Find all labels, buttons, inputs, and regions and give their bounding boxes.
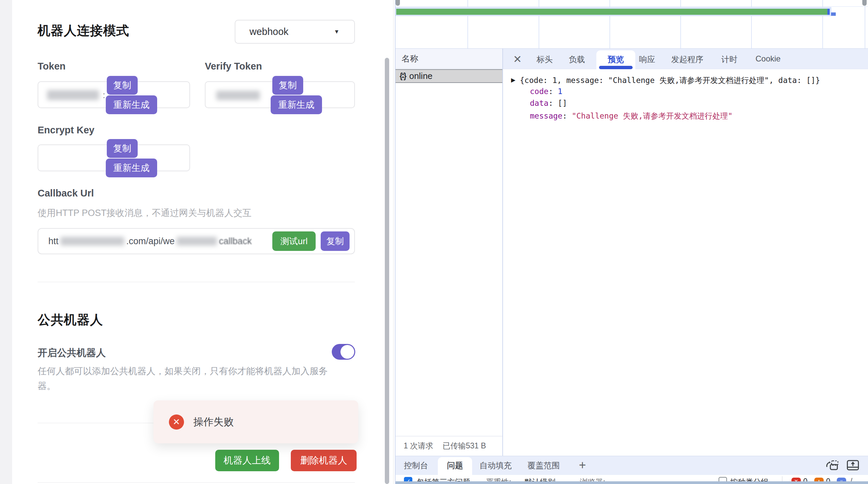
encrypt-key-regenerate-button[interactable]: 重新生成 xyxy=(106,158,157,177)
public-bot-toggle-label: 开启公共机器人 xyxy=(38,346,106,360)
page-scrollbar[interactable] xyxy=(385,58,389,484)
public-bot-toggle[interactable] xyxy=(332,344,355,360)
toggle-knob xyxy=(340,345,354,359)
network-requests-pane: 名称 {∶} online 1 次请求 已传输531 B xyxy=(396,49,503,456)
callback-url-description: 使用HTTP POST接收消息，不通过网关与机器人交互 xyxy=(38,207,251,219)
drawer-tab-issues[interactable]: 问题 xyxy=(447,460,463,471)
json-key: data xyxy=(530,99,548,108)
public-bot-title: 公共机器人 xyxy=(38,311,103,329)
json-row-code: code: 1 xyxy=(530,87,562,96)
request-name: online xyxy=(409,71,433,81)
timeline-right-handle[interactable] xyxy=(862,0,867,6)
json-summary-line[interactable]: {code: 1, message: "Challenge 失败,请参考开发文档… xyxy=(520,75,820,86)
url-fragment-2: .com/api/we xyxy=(126,236,175,246)
url-fragment-3: callback xyxy=(219,236,252,246)
tab-payload[interactable]: 负载 xyxy=(569,54,585,65)
expand-panel-up-icon[interactable] xyxy=(845,459,860,472)
json-value: 1 xyxy=(558,87,562,96)
drawer-tab-coverage[interactable]: 覆盖范围 xyxy=(528,460,560,471)
screen: 机器人连接模式 webhook ▼ Token : 复制 重新生成 Verify… xyxy=(0,0,868,484)
delete-bot-button[interactable]: 删除机器人 xyxy=(291,450,356,471)
json-file-icon: {∶} xyxy=(400,71,406,81)
bot-online-button[interactable]: 机器人上线 xyxy=(215,450,279,471)
devtools-panel: 名称 {∶} online 1 次请求 已传输531 B ✕ 标头 负载 预览 … xyxy=(395,0,868,484)
mode-select-value: webhook xyxy=(249,26,288,37)
verify-token-regenerate-button[interactable]: 重新生成 xyxy=(271,95,322,114)
json-sep: : xyxy=(562,112,572,120)
request-count: 1 次请求 xyxy=(404,441,433,451)
transferred-size: 已传输531 B xyxy=(442,441,486,451)
rotate-device-icon[interactable] xyxy=(825,459,840,472)
token-regenerate-button[interactable]: 重新生成 xyxy=(106,95,157,114)
verify-token-label: Verify Token xyxy=(205,61,262,72)
error-circle-icon: ✕ xyxy=(169,415,184,430)
drawer-tab-console[interactable]: 控制台 xyxy=(404,460,428,471)
json-sep: : xyxy=(548,87,558,96)
json-sep: : xyxy=(548,99,558,108)
page-devtools-divider xyxy=(393,0,394,484)
drawer-tab-autofill[interactable]: 自动填充 xyxy=(479,460,512,471)
callback-copy-button[interactable]: 复制 xyxy=(321,232,349,251)
encrypt-key-copy-button[interactable]: 复制 xyxy=(107,139,138,158)
tab-timing[interactable]: 计时 xyxy=(721,54,737,65)
callback-url-value: htt .com/api/we callback xyxy=(48,236,252,246)
tab-preview[interactable]: 预览 xyxy=(608,54,624,65)
divider xyxy=(38,282,355,282)
name-column-label: 名称 xyxy=(402,53,418,64)
json-key: message xyxy=(530,112,562,120)
verify-token-redacted-value xyxy=(216,91,260,100)
tab-headers[interactable]: 标头 xyxy=(536,54,553,65)
timeline-left-handle[interactable] xyxy=(396,0,400,6)
tab-preview-underline xyxy=(599,66,632,69)
timeline-load-marker xyxy=(831,12,836,16)
url-redacted-1 xyxy=(60,237,124,245)
test-url-button[interactable]: 测试url xyxy=(272,232,316,251)
close-icon[interactable]: ✕ xyxy=(513,53,522,65)
window-bottom-strip xyxy=(396,481,868,484)
json-value: "Challenge 失败,请参考开发文档进行处理" xyxy=(572,112,733,120)
connection-mode-select[interactable]: webhook ▼ xyxy=(235,20,355,44)
token-colon: : xyxy=(103,90,105,100)
timeline-bar-end-tick xyxy=(827,9,830,15)
chevron-down-icon: ▼ xyxy=(334,29,339,35)
divider xyxy=(38,482,355,483)
json-row-message: message: "Challenge 失败,请参考开发文档进行处理" xyxy=(530,111,733,121)
error-toast: ✕ 操作失败 xyxy=(153,400,358,443)
token-copy-button[interactable]: 复制 xyxy=(107,76,138,95)
token-redacted-value xyxy=(47,90,99,100)
request-row-online[interactable]: {∶} online xyxy=(396,69,502,83)
json-row-data: data: [] xyxy=(530,99,567,108)
public-bot-description: 任何人都可以添加公共机器人，如果关闭，只有你才能将机器人加入服务器。 xyxy=(38,364,333,393)
tab-cookies[interactable]: Cookie xyxy=(755,54,781,63)
verify-token-copy-button[interactable]: 复制 xyxy=(272,76,303,95)
timeline-right-border xyxy=(865,0,865,49)
expander-triangle-icon[interactable]: ▶ xyxy=(511,77,516,84)
toast-message: 操作失败 xyxy=(193,415,234,429)
timeline-hline xyxy=(396,6,868,7)
tab-response[interactable]: 响应 xyxy=(639,54,655,65)
url-redacted-2 xyxy=(177,237,217,245)
tab-initiator[interactable]: 发起程序 xyxy=(671,54,704,65)
url-fragment-1: htt xyxy=(48,236,58,246)
timeline-request-bar[interactable] xyxy=(396,9,827,15)
encrypt-key-label: Encrypt Key xyxy=(38,125,94,136)
network-summary-bar: 1 次请求 已传输531 B xyxy=(396,436,502,455)
more-tabs-button[interactable]: + xyxy=(579,458,586,472)
left-gutter xyxy=(0,0,12,484)
json-key: code xyxy=(530,87,548,96)
json-value: [] xyxy=(558,99,567,108)
token-label: Token xyxy=(38,61,65,72)
page-title: 机器人连接模式 xyxy=(38,22,129,39)
callback-url-label: Callback Url xyxy=(38,188,94,199)
name-column-header[interactable]: 名称 xyxy=(396,49,502,69)
